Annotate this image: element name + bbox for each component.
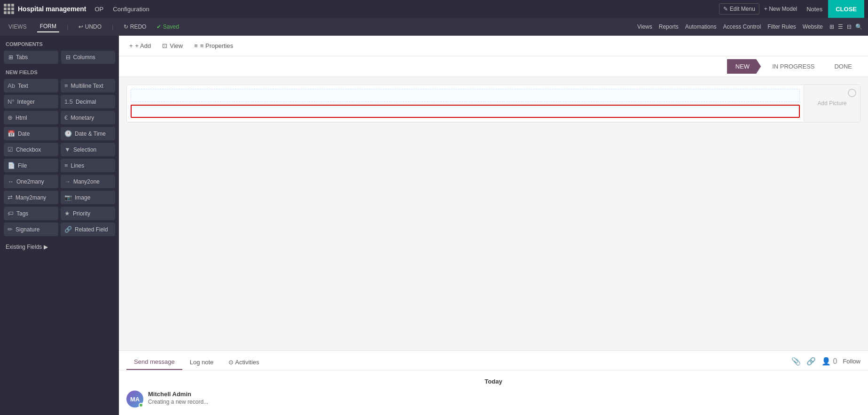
signature-label: Signature (16, 226, 39, 233)
activities-tab[interactable]: ⊙ Activities (221, 355, 266, 369)
field-image[interactable]: 📷 Image (61, 191, 115, 204)
website-link[interactable]: Website (803, 23, 823, 30)
field-selection[interactable]: ▼ Selection (61, 143, 115, 156)
field-many2one[interactable]: → Many2one (61, 175, 115, 188)
datetime-label: Date & Time (75, 131, 106, 137)
columns-button[interactable]: ⊟ Columns (61, 51, 116, 64)
attachment-icon[interactable]: 🔗 (806, 357, 816, 366)
add-picture-label: Add Picture (817, 100, 846, 107)
field-one2many[interactable]: ↔ One2many (4, 175, 58, 188)
chat-message: MA Mitchell Admin Creating a new record.… (126, 391, 860, 407)
field-signature[interactable]: ✏ Signature (4, 223, 58, 236)
multiline-label: Multiline Text (71, 83, 103, 89)
add-button[interactable]: + + Add (125, 39, 156, 52)
edit-menu-button[interactable]: ✎ Edit Menu (719, 3, 759, 15)
existing-fields[interactable]: Existing Fields ▶ (4, 242, 115, 252)
app-name: Hospital management (18, 5, 86, 13)
properties-button[interactable]: ≡ ≡ Properties (189, 39, 238, 52)
related-field-icon: 🔗 (64, 226, 72, 233)
tags-icon: 🏷 (8, 210, 14, 217)
header-field-selected[interactable] (131, 105, 800, 118)
field-integer[interactable]: N° Integer (4, 95, 58, 108)
send-message-tab[interactable]: Send message (126, 354, 182, 370)
chatter-right: 📎 🔗 👤 0 Follow (791, 357, 860, 368)
nav-configuration[interactable]: Configuration (110, 6, 152, 13)
file-label: File (18, 162, 27, 169)
reports-link[interactable]: Reports (659, 23, 679, 30)
followers-icon[interactable]: 👤 0 (821, 357, 837, 366)
field-datetime[interactable]: 🕐 Date & Time (61, 127, 115, 140)
fields-grid: Ab Text ≡ Multiline Text N° Integer 1.5 … (4, 79, 115, 236)
multiline-icon: ≡ (64, 82, 68, 89)
priority-icon: ★ (64, 210, 70, 217)
form-tab[interactable]: FORM (37, 21, 59, 32)
integer-label: Integer (17, 99, 35, 105)
views-tab[interactable]: VIEWS (6, 22, 30, 32)
search-icon[interactable]: 🔍 (855, 23, 862, 30)
field-related-field[interactable]: 🔗 Related Field (61, 223, 115, 236)
tabs-button[interactable]: ⊞ Tabs (4, 51, 58, 64)
chatter-tabs: Send message Log note ⊙ Activities 📎 🔗 👤… (119, 351, 868, 370)
view-list-icon[interactable]: ☰ (838, 23, 843, 30)
form-header-row: Add Picture (127, 85, 860, 122)
view-grid-icon[interactable]: ⊞ (829, 23, 834, 30)
field-text[interactable]: Ab Text (4, 79, 58, 92)
undo-button[interactable]: ↩ UNDO (76, 23, 104, 31)
view-label: View (170, 42, 183, 49)
close-button[interactable]: CLOSE (828, 0, 864, 18)
many2many-label: Many2many (16, 194, 46, 201)
views-link[interactable]: Views (637, 23, 652, 30)
field-file[interactable]: 📄 File (4, 159, 58, 172)
field-checkbox[interactable]: ☑ Checkbox (4, 143, 58, 156)
toolbar-icons: ⊞ ☰ ⊟ 🔍 (829, 23, 862, 30)
view-button[interactable]: ⊡ View (157, 39, 188, 52)
image-icon: 📷 (64, 194, 72, 201)
log-note-tab[interactable]: Log note (182, 355, 221, 369)
new-model-button[interactable]: + New Model (760, 4, 801, 14)
notes-button[interactable]: Notes (802, 0, 827, 18)
header-field-1[interactable] (131, 89, 800, 102)
avatar-initials: MA (130, 396, 140, 403)
view-split-icon[interactable]: ⊟ (847, 23, 852, 30)
filter-rules-link[interactable]: Filter Rules (767, 23, 796, 30)
app-grid-icon[interactable] (4, 4, 14, 14)
field-priority[interactable]: ★ Priority (61, 207, 115, 220)
status-in-progress-button[interactable]: IN PROGRESS (761, 59, 826, 74)
lines-label: Lines (71, 162, 85, 169)
picture-area[interactable]: Add Picture (804, 85, 860, 122)
chat-content: Mitchell Admin Creating a new record... (148, 391, 208, 405)
field-multiline-text[interactable]: ≡ Multiline Text (61, 79, 115, 92)
status-done-button[interactable]: DONE (826, 59, 860, 74)
view-icon: ⊡ (162, 42, 167, 49)
components-title: Components (4, 41, 115, 47)
field-html[interactable]: ⊕ Html (4, 111, 58, 124)
properties-label: ≡ Properties (200, 42, 233, 49)
field-date[interactable]: 📅 Date (4, 127, 58, 140)
date-icon: 📅 (8, 130, 15, 137)
field-monetary[interactable]: € Monetary (61, 111, 115, 124)
one2many-label: One2many (16, 178, 44, 185)
follow-button[interactable]: Follow (843, 358, 860, 365)
automations-link[interactable]: Automations (685, 23, 717, 30)
nav-op[interactable]: OP (92, 6, 106, 13)
content-area: + + Add ⊡ View ≡ ≡ Properties NEW IN PRO… (119, 36, 868, 415)
status-new-button[interactable]: NEW (727, 59, 761, 74)
redo-button[interactable]: ↻ REDO (121, 23, 149, 31)
activities-label: Activities (235, 359, 259, 366)
image-label: Image (75, 194, 90, 201)
properties-icon: ≡ (194, 42, 198, 49)
field-tags[interactable]: 🏷 Tags (4, 207, 58, 220)
decimal-icon: 1.5 (64, 98, 73, 105)
field-lines[interactable]: ≡ Lines (61, 159, 115, 172)
paperclip-icon[interactable]: 📎 (791, 357, 801, 366)
field-many2many[interactable]: ⇄ Many2many (4, 191, 58, 204)
field-decimal[interactable]: 1.5 Decimal (61, 95, 115, 108)
access-control-link[interactable]: Access Control (723, 23, 761, 30)
file-icon: 📄 (8, 162, 15, 169)
form-canvas: Add Picture (119, 77, 868, 350)
checkbox-label: Checkbox (16, 146, 41, 153)
chatter: Send message Log note ⊙ Activities 📎 🔗 👤… (119, 350, 868, 415)
saved-indicator: ✔ Saved (156, 23, 179, 30)
selection-label: Selection (73, 146, 96, 153)
tabs-icon: ⊞ (8, 54, 13, 61)
